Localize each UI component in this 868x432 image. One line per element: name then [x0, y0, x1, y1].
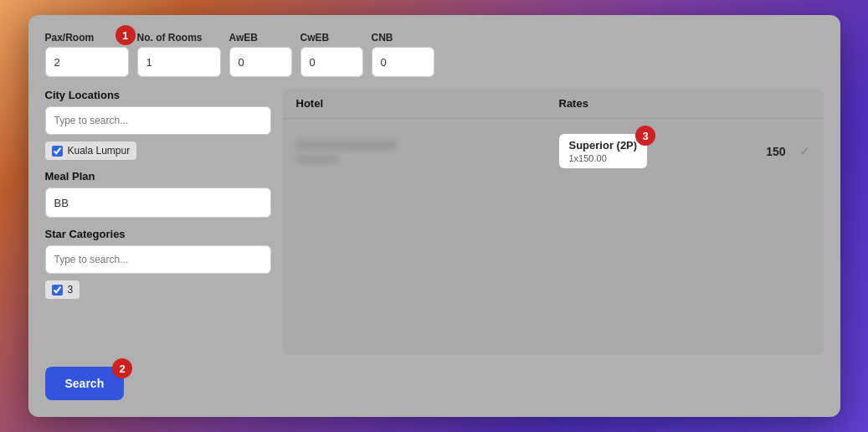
cweb-group: CwEB [300, 32, 363, 77]
left-panel: City Locations Kuala Lumpur Meal Plan St… [45, 89, 271, 355]
rate-price: 150 [766, 145, 785, 158]
hotel-info [296, 140, 559, 163]
rate-info: Superior (2P) 1x150.00 3 150 ✓ [559, 134, 810, 168]
table-header: Hotel Rates [283, 89, 824, 119]
meal-plan-section: Meal Plan [45, 170, 271, 218]
cnb-label: CNB [372, 32, 434, 44]
num-of-rooms-group: No. of Rooms [137, 32, 221, 77]
cweb-input[interactable] [300, 47, 363, 77]
badge-2: 2 [112, 358, 132, 378]
rate-card[interactable]: Superior (2P) 1x150.00 3 [559, 134, 648, 168]
kuala-lumpur-checkbox[interactable] [52, 146, 63, 157]
aweb-label: AwEB [229, 32, 292, 44]
num-of-rooms-label: No. of Rooms [137, 32, 221, 44]
star-search-input[interactable] [45, 245, 271, 274]
main-content: City Locations Kuala Lumpur Meal Plan St… [45, 89, 824, 355]
hotel-name-blurred [296, 140, 397, 150]
meal-plan-input[interactable] [45, 188, 271, 218]
rate-sub: 1x150.00 [569, 153, 638, 163]
search-button-wrapper: Search 2 [45, 367, 125, 400]
aweb-input[interactable] [229, 47, 292, 77]
main-modal: Pax/Room 1 No. of Rooms AwEB CwEB CNB Ci… [28, 15, 840, 417]
right-panel: Hotel Rates Superior (2P) 1x150.00 3 [283, 89, 824, 355]
hotel-column-header: Hotel [296, 97, 559, 110]
city-search-input[interactable] [45, 106, 271, 135]
aweb-group: AwEB [229, 32, 292, 77]
pax-per-room-input[interactable] [45, 47, 129, 77]
star-3-checkbox[interactable] [52, 285, 63, 296]
hotel-sub-blurred [296, 155, 338, 163]
table-row: Superior (2P) 1x150.00 3 150 ✓ [296, 127, 810, 175]
top-row: Pax/Room 1 No. of Rooms AwEB CwEB CNB [45, 32, 824, 77]
cweb-label: CwEB [300, 32, 363, 44]
cnb-input[interactable] [372, 47, 434, 77]
star-3-checkbox-label[interactable]: 3 [45, 280, 80, 299]
badge-1: 1 [116, 25, 136, 45]
rate-name: Superior (2P) [569, 139, 638, 152]
city-locations-section: City Locations Kuala Lumpur [45, 89, 271, 160]
meal-plan-title: Meal Plan [45, 170, 271, 183]
badge-3: 3 [635, 126, 655, 146]
kuala-lumpur-checkbox-label[interactable]: Kuala Lumpur [45, 141, 137, 160]
star-categories-section: Star Categories 3 [45, 228, 271, 299]
bottom-row: Search 2 [45, 367, 824, 400]
num-of-rooms-input[interactable] [137, 47, 221, 77]
kuala-lumpur-label: Kuala Lumpur [68, 145, 131, 157]
table-body: Superior (2P) 1x150.00 3 150 ✓ [283, 119, 824, 355]
rates-column-header: Rates [559, 97, 810, 110]
cnb-group: CNB [372, 32, 434, 77]
city-locations-title: City Locations [45, 89, 271, 101]
star-categories-title: Star Categories [45, 228, 271, 240]
star-3-label: 3 [68, 284, 74, 296]
check-icon: ✓ [799, 143, 810, 159]
pax-per-room-group: Pax/Room 1 [45, 32, 129, 77]
